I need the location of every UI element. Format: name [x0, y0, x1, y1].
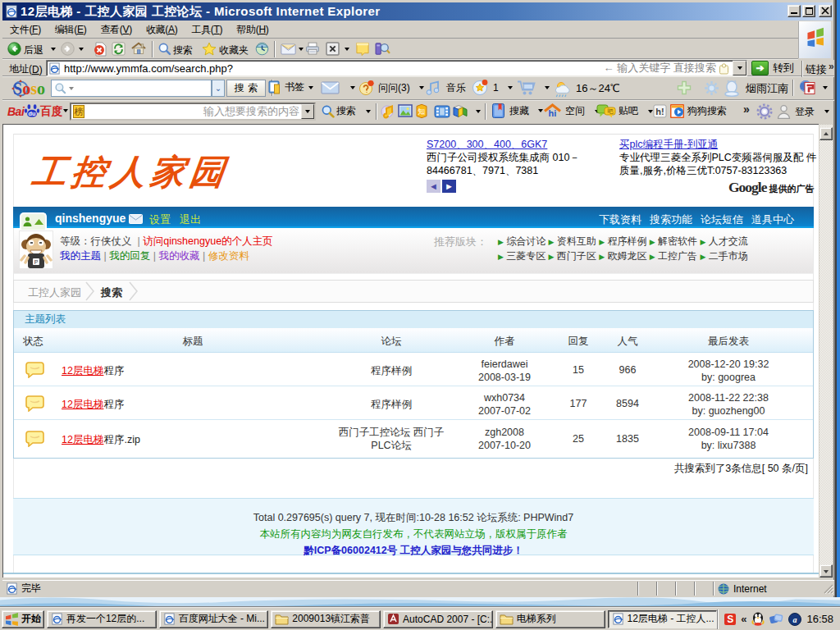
svg-text:hi: hi: [549, 108, 557, 118]
svg-text:a: a: [793, 615, 797, 624]
svg-text:吧: 吧: [608, 108, 614, 114]
svg-text:P: P: [34, 259, 39, 265]
svg-text:知: 知: [418, 107, 426, 116]
svg-text:du: du: [29, 110, 36, 117]
svg-text:h!: h!: [655, 107, 664, 116]
